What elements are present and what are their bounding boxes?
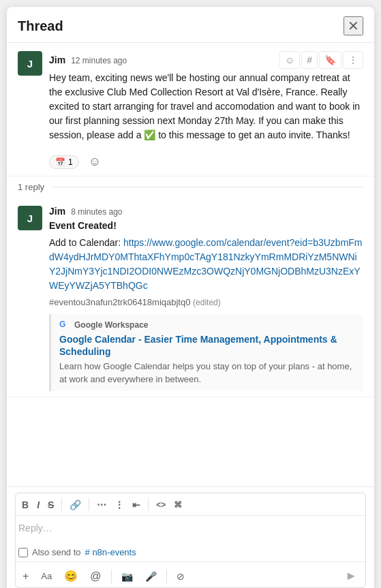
message-1-top: J Jim 12 minutes ago ☺ # 🔖 ⋮ Hey team, e… — [18, 51, 363, 170]
link-btn[interactable]: 🔗 — [66, 497, 85, 512]
reply-placeholder: Reply… — [18, 523, 52, 533]
timestamp-1: 12 minutes ago — [71, 56, 127, 65]
unordered-list-btn[interactable]: ⋮ — [111, 497, 127, 512]
message-1-actions: ☺ # 🔖 ⋮ — [279, 51, 363, 69]
author-jim-1: Jim — [49, 55, 65, 65]
slash-btn[interactable]: ⊘ — [172, 569, 189, 584]
strikethrough-btn[interactable]: S — [44, 497, 57, 512]
bookmark-btn-1[interactable]: 🔖 — [319, 51, 341, 69]
thread-panel: Thread ✕ J Jim 12 minutes ago ☺ # 🔖 ⋮ — [7, 7, 374, 588]
message-1-meta: Jim 12 minutes ago ☺ # 🔖 ⋮ — [49, 51, 363, 69]
audio-btn[interactable]: 🎤 — [141, 569, 161, 584]
message-2-top: J Jim 8 minutes ago Event Created! Add t… — [18, 206, 363, 391]
reply-toolbar: B I S 🔗 ⋯ ⋮ ⇤ <> ⌘ — [16, 493, 365, 516]
thread-title: Thread — [18, 18, 63, 34]
timestamp-2: 8 minutes ago — [71, 207, 122, 217]
toolbar-divider-1 — [61, 499, 62, 511]
bottom-divider-2 — [166, 570, 167, 583]
reaction-emoji: 📅 — [55, 157, 65, 167]
toolbar-divider-2 — [89, 499, 89, 511]
bottom-divider-1 — [111, 570, 112, 583]
avatar-jim-2: J — [18, 206, 42, 230]
video-btn[interactable]: 📷 — [117, 569, 137, 584]
toolbar-divider-3 — [148, 499, 149, 511]
thread-body: J Jim 12 minutes ago ☺ # 🔖 ⋮ Hey team, e… — [7, 43, 374, 486]
reply-bottom-bar: + Aa 😊 @ 📷 🎤 ⊘ ► — [16, 561, 365, 587]
italic-btn[interactable]: I — [33, 497, 43, 512]
link-preview-source: G Google Workspace — [59, 320, 355, 330]
message-1-text: Hey team, exciting news we'll be hosting… — [49, 71, 363, 142]
link-preview-desc: Learn how Google Calendar helps you stay… — [59, 360, 355, 385]
ordered-list-btn[interactable]: ⋯ — [93, 497, 110, 512]
reply-input[interactable]: Reply… — [16, 519, 365, 543]
message-1: J Jim 12 minutes ago ☺ # 🔖 ⋮ Hey team, e… — [7, 43, 374, 176]
bold-btn[interactable]: B — [18, 497, 32, 512]
replies-count: 1 reply — [18, 182, 44, 192]
channel-name: # n8n-events — [85, 547, 136, 557]
reply-area: B I S 🔗 ⋯ ⋮ ⇤ <> ⌘ Reply… Also send to — [7, 486, 374, 588]
add-to-calendar-line: Add to Calendar: https://www.google.com/… — [49, 236, 363, 293]
hashtag-line: #eventou3nafun2trk06418miqabjtq0 (edited… — [49, 297, 363, 307]
replies-divider: 1 reply — [7, 176, 374, 198]
link-preview: G Google Workspace Google Calendar - Eas… — [49, 314, 363, 391]
reply-box: B I S 🔗 ⋯ ⋮ ⇤ <> ⌘ Reply… Also send to — [15, 493, 366, 588]
message-2: J Jim 8 minutes ago Event Created! Add t… — [7, 198, 374, 397]
tag-btn-1[interactable]: # — [301, 51, 318, 69]
event-created-label: Event Created! — [49, 219, 363, 233]
also-send-checkbox[interactable] — [18, 548, 28, 557]
edited-label: (edited) — [193, 298, 221, 307]
more-btn-1[interactable]: ⋮ — [343, 51, 363, 69]
author-jim-2: Jim — [49, 206, 65, 217]
link-preview-title[interactable]: Google Calendar - Easier Time Management… — [59, 333, 355, 358]
mention-btn[interactable]: @ — [86, 568, 105, 585]
message-1-content: Jim 12 minutes ago ☺ # 🔖 ⋮ Hey team, exc… — [49, 51, 363, 170]
text-format-btn[interactable]: Aa — [37, 569, 56, 583]
add-reaction-btn[interactable]: ☺ — [85, 153, 105, 170]
emoji-reaction-btn-1[interactable]: ☺ — [279, 51, 300, 69]
google-logo: G — [59, 320, 70, 330]
close-button[interactable]: ✕ — [344, 16, 363, 35]
thread-header: Thread ✕ — [7, 7, 374, 43]
message-2-content: Jim 8 minutes ago Event Created! Add to … — [49, 206, 363, 391]
add-btn[interactable]: + — [18, 568, 33, 585]
code-block-btn[interactable]: ⌘ — [170, 498, 185, 512]
indent-btn[interactable]: ⇤ — [129, 497, 144, 512]
reaction-count: 1 — [68, 157, 73, 167]
avatar-jim-1: J — [18, 51, 42, 76]
emoji-btn[interactable]: 😊 — [60, 568, 82, 585]
message-2-meta: Jim 8 minutes ago — [49, 206, 363, 217]
reaction-calendar[interactable]: 📅 1 — [49, 155, 79, 169]
code-btn[interactable]: <> — [153, 498, 169, 512]
send-button[interactable]: ► — [339, 566, 363, 586]
also-send-label: Also send to — [32, 547, 81, 557]
also-send-row: Also send to # n8n-events — [16, 543, 365, 560]
